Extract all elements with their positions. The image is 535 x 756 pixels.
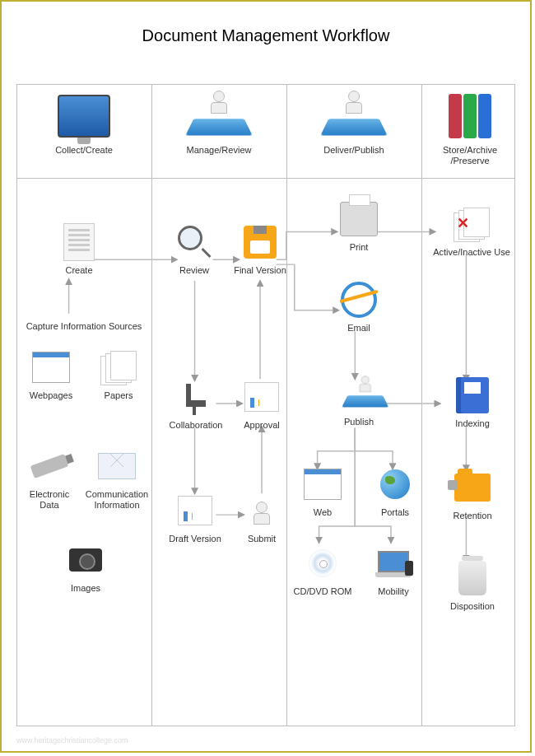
col-label: Manage/Review xyxy=(187,145,252,156)
node-label: Draft Version xyxy=(169,534,221,544)
node-label: Disposition xyxy=(450,601,495,612)
node-label: Communication Information xyxy=(86,489,148,511)
node-mobility: Mobility xyxy=(364,544,423,597)
node-label: Publish xyxy=(344,417,374,427)
node-label: Email xyxy=(347,323,370,334)
desk-person-icon xyxy=(325,91,383,142)
magnifier-icon xyxy=(174,222,214,262)
node-collab: Collaboration xyxy=(163,377,229,431)
node-label: Webpages xyxy=(30,390,72,401)
node-create: Create xyxy=(46,222,112,276)
grid-line xyxy=(16,178,515,179)
node-indexing: Indexing xyxy=(436,376,509,429)
node-label: CD/DVD ROM xyxy=(294,586,352,597)
cd-icon xyxy=(303,544,342,583)
node-portals: Portals xyxy=(365,464,425,518)
node-images: Images xyxy=(53,540,119,594)
node-draft: Draft Version xyxy=(161,491,229,544)
col-label: Collect/Create xyxy=(55,145,113,156)
ie-icon xyxy=(339,280,379,320)
chart-icon xyxy=(242,377,281,417)
node-comm: Communication Information xyxy=(82,446,151,511)
watermark: www.heritagechristiancollege.com xyxy=(16,736,128,744)
browser-icon xyxy=(31,348,71,387)
node-label: Images xyxy=(71,583,100,594)
node-retention: Retention xyxy=(436,468,509,521)
chair-person-icon xyxy=(176,377,216,417)
desk-person-icon xyxy=(339,374,379,413)
diagram-title: Document Management Workflow xyxy=(2,2,530,54)
node-label: Mobility xyxy=(378,586,408,597)
node-label: Web xyxy=(314,507,332,518)
printer-icon xyxy=(339,199,379,239)
node-label: Approval xyxy=(244,420,279,431)
diagram-frame: Document Management Workflow Collect/Cre… xyxy=(0,0,532,753)
node-label: Portals xyxy=(381,507,409,518)
grid-line xyxy=(16,84,515,85)
node-label: Create xyxy=(65,265,92,276)
col-label: Deliver/Publish xyxy=(323,145,384,156)
floppy-icon xyxy=(240,222,280,262)
grid-line xyxy=(151,84,152,726)
col-header-collect: Collect/Create xyxy=(16,91,151,156)
node-label: Electronic Data xyxy=(30,489,69,511)
col-header-deliver: Deliver/Publish xyxy=(286,91,421,156)
node-approval: Approval xyxy=(232,377,291,431)
browser-icon xyxy=(303,464,342,504)
node-email: Email xyxy=(329,280,388,334)
globe-icon xyxy=(375,464,415,504)
person-icon xyxy=(242,491,281,530)
laptop-icon xyxy=(374,544,413,583)
grid-line xyxy=(421,84,422,726)
node-label: Final Version xyxy=(234,265,286,276)
node-label: Print xyxy=(350,242,369,253)
node-label: Review xyxy=(179,265,209,276)
node-label: Papers xyxy=(105,390,133,401)
camera-icon xyxy=(66,540,105,580)
node-edata: Electronic Data xyxy=(18,446,81,511)
node-print: Print xyxy=(329,199,388,253)
node-papers: Papers xyxy=(89,348,148,401)
book-icon xyxy=(453,376,492,415)
monitor-icon xyxy=(55,91,113,142)
grid-line xyxy=(16,84,17,726)
usb-icon xyxy=(30,446,69,486)
node-disposition: Disposition xyxy=(436,558,509,612)
node-label: Active/Inactive Use xyxy=(433,247,510,258)
node-label: Indexing xyxy=(455,418,490,429)
chart-icon xyxy=(175,491,215,530)
node-submit: Submit xyxy=(232,491,291,544)
node-web: Web xyxy=(293,464,352,518)
pages-icon xyxy=(99,348,138,387)
binders-icon xyxy=(441,91,499,142)
node-label: Collaboration xyxy=(170,420,223,431)
trash-bin-icon xyxy=(453,558,492,598)
node-active: ✕ Active/Inactive Use xyxy=(426,204,517,258)
node-label: Retention xyxy=(453,511,491,521)
folder-lock-icon xyxy=(453,468,492,507)
x-pages-icon: ✕ xyxy=(452,204,491,244)
col-label: Store/Archive /Preserve xyxy=(443,145,497,166)
grid-line xyxy=(514,84,515,726)
node-review: Review xyxy=(165,222,224,276)
node-label: Submit xyxy=(248,534,276,544)
diagram-grid: Collect/Create Manage/Review Deliver/Pub… xyxy=(16,84,515,726)
desk-person-icon xyxy=(190,91,248,142)
node-webpages: Webpages xyxy=(21,348,81,401)
node-publish: Publish xyxy=(323,374,395,427)
envelope-icon xyxy=(97,446,137,486)
col-header-store: Store/Archive /Preserve xyxy=(421,91,519,166)
node-capture-label: Capture Information Sources xyxy=(21,321,147,332)
grid-line xyxy=(16,726,515,726)
node-cddvd: CD/DVD ROM xyxy=(288,544,357,597)
col-header-manage: Manage/Review xyxy=(151,91,286,156)
document-icon xyxy=(59,222,99,262)
node-final: Final Version xyxy=(230,222,290,276)
